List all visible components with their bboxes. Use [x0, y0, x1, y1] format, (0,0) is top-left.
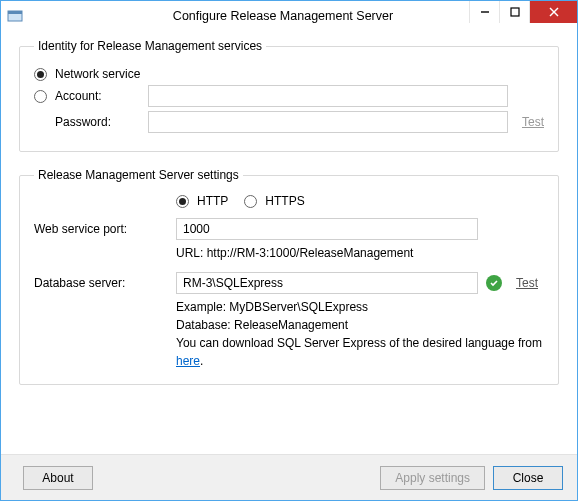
- db-label: Database server:: [34, 276, 176, 290]
- svg-rect-3: [511, 8, 519, 16]
- footer: About Apply settings Close: [1, 454, 577, 500]
- db-test-link[interactable]: Test: [512, 276, 538, 290]
- apply-settings-button[interactable]: Apply settings: [380, 466, 485, 490]
- identity-group: Identity for Release Management services…: [19, 39, 559, 152]
- close-window-button[interactable]: [529, 1, 577, 23]
- network-service-label: Network service: [55, 67, 140, 81]
- app-window: Configure Release Management Server Iden…: [0, 0, 578, 501]
- http-option[interactable]: HTTP: [176, 194, 228, 208]
- account-row: Account:: [34, 85, 544, 107]
- db-name-line: Database: ReleaseManagement: [176, 316, 544, 334]
- db-input[interactable]: [176, 272, 478, 294]
- account-radio[interactable]: [34, 90, 47, 103]
- about-button[interactable]: About: [23, 466, 93, 490]
- port-input[interactable]: [176, 218, 478, 240]
- db-example-line: Example: MyDBServer\SQLExpress: [176, 298, 544, 316]
- svg-rect-1: [8, 11, 22, 14]
- server-settings-group: Release Management Server settings HTTP …: [19, 168, 559, 385]
- server-legend: Release Management Server settings: [34, 168, 243, 182]
- https-option[interactable]: HTTPS: [244, 194, 304, 208]
- app-icon: [7, 8, 23, 24]
- account-label: Account:: [55, 89, 148, 103]
- download-here-link[interactable]: here: [176, 354, 200, 368]
- port-row: Web service port:: [34, 218, 544, 240]
- maximize-button[interactable]: [499, 1, 529, 23]
- url-line: URL: http://RM-3:1000/ReleaseManagement: [176, 244, 544, 262]
- password-input[interactable]: [148, 111, 508, 133]
- identity-test-link[interactable]: Test: [518, 115, 544, 129]
- https-radio[interactable]: [244, 195, 257, 208]
- download-pre: You can download SQL Server Express of t…: [176, 336, 542, 350]
- https-label: HTTPS: [265, 194, 304, 208]
- account-input[interactable]: [148, 85, 508, 107]
- identity-legend: Identity for Release Management services: [34, 39, 266, 53]
- http-radio[interactable]: [176, 195, 189, 208]
- download-post: .: [200, 354, 203, 368]
- download-line: You can download SQL Server Express of t…: [176, 334, 544, 370]
- password-row: Password: Test: [34, 111, 544, 133]
- check-icon: [486, 275, 502, 291]
- minimize-button[interactable]: [469, 1, 499, 23]
- network-service-row[interactable]: Network service: [34, 67, 544, 81]
- content-area: Identity for Release Management services…: [1, 31, 577, 454]
- port-label: Web service port:: [34, 222, 176, 236]
- protocol-row: HTTP HTTPS: [176, 194, 544, 208]
- password-label: Password:: [55, 115, 148, 129]
- titlebar: Configure Release Management Server: [1, 1, 577, 31]
- network-service-radio[interactable]: [34, 68, 47, 81]
- close-button[interactable]: Close: [493, 466, 563, 490]
- http-label: HTTP: [197, 194, 228, 208]
- window-controls: [469, 1, 577, 23]
- db-row: Database server: Test: [34, 272, 544, 294]
